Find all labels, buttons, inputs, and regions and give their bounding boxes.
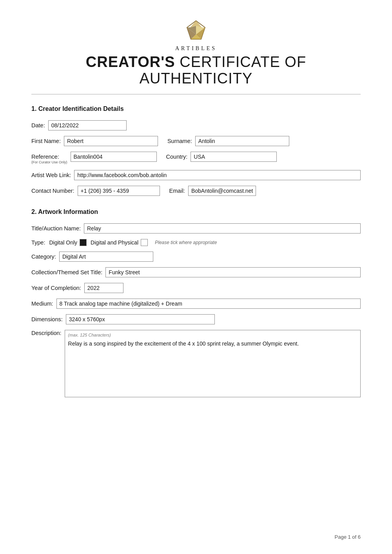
digital-physical-group: Digital and Physical: [91, 239, 148, 246]
section-creator-details: 1. Creator Identification Details Date: …: [31, 105, 361, 196]
first-name-label: First Name:: [31, 138, 61, 144]
reference-sublabel: (For Curator Use Only): [31, 160, 67, 165]
email-input[interactable]: BobAntolin@comcast.net: [188, 186, 256, 196]
name-row: First Name: Robert Surname: Antolin: [31, 136, 361, 146]
digital-physical-checkbox[interactable]: [141, 239, 148, 246]
date-input[interactable]: 08/12/2022: [48, 120, 127, 130]
country-group: Country: USA: [166, 152, 277, 162]
page: ARTIBLES CREATOR'S CERTIFICATE OF AUTHEN…: [0, 0, 392, 554]
contact-label: Contact Number:: [31, 188, 74, 194]
dimensions-row: Dimensions: 3240 x 5760px: [31, 314, 361, 324]
logo-icon: [182, 19, 210, 42]
header: ARTIBLES CREATOR'S CERTIFICATE OF AUTHEN…: [31, 19, 361, 87]
title-auction-input[interactable]: Relay: [84, 223, 361, 234]
category-row: Category: Digital Art: [31, 252, 361, 262]
year-input[interactable]: 2022: [84, 283, 123, 293]
title-bold: CREATOR'S: [86, 54, 175, 70]
collection-label: Collection/Themed Set Title:: [31, 269, 102, 275]
section-artwork-info: 2. Artwork Information Title/Auction Nam…: [31, 208, 361, 397]
main-title: CREATOR'S CERTIFICATE OF AUTHENTICITY: [31, 54, 361, 87]
description-row: Description: (max. 125 Characters) Relay…: [31, 330, 361, 397]
collection-row: Collection/Themed Set Title: Funky Stree…: [31, 267, 361, 277]
dimensions-label: Dimensions:: [31, 316, 63, 322]
logo: [182, 19, 210, 44]
email-group: Email: BobAntolin@comcast.net: [169, 186, 256, 196]
reference-group: Reference: (For Curator Use Only) Bantol…: [31, 152, 157, 165]
digital-only-group: Digital Only: [49, 239, 87, 246]
category-input[interactable]: Digital Art: [59, 252, 153, 262]
reference-row: Reference: (For Curator Use Only) Bantol…: [31, 152, 361, 165]
reference-label: Reference:: [31, 154, 67, 160]
web-input[interactable]: http://www.facebook.com/bob.antolin: [74, 170, 361, 180]
medium-input[interactable]: 8 Track analog tape machine (digitalized…: [56, 299, 361, 309]
description-input[interactable]: (max. 125 Characters) Relay is a song in…: [65, 330, 361, 397]
collection-input[interactable]: Funky Street: [105, 267, 361, 277]
header-divider: [31, 94, 361, 94]
title-auction-label: Title/Auction Name:: [31, 225, 81, 232]
surname-input[interactable]: Antolin: [195, 136, 289, 146]
category-label: Category:: [31, 253, 56, 260]
title-auction-row: Title/Auction Name: Relay: [31, 223, 361, 234]
page-number: Page 1 of 6: [335, 534, 361, 540]
type-row: Type: Digital Only Digital and Physical …: [31, 239, 361, 246]
surname-group: Surname: Antolin: [167, 136, 289, 146]
description-hint: (max. 125 Characters): [68, 333, 357, 337]
reference-label-wrap: Reference: (For Curator Use Only): [31, 154, 67, 165]
date-row: Date: 08/12/2022: [31, 120, 361, 130]
contact-input[interactable]: +1 (206) 395 - 4359: [78, 186, 160, 196]
medium-row: Medium: 8 Track analog tape machine (dig…: [31, 299, 361, 309]
email-label: Email:: [169, 188, 185, 194]
description-label: Description:: [31, 330, 62, 336]
country-input[interactable]: USA: [191, 152, 277, 162]
web-row: Artist Web Link: http://www.facebook.com…: [31, 170, 361, 180]
brand-name: ARTIBLES: [175, 45, 217, 52]
year-row: Year of Completion: 2022: [31, 283, 361, 293]
contact-row: Contact Number: +1 (206) 395 - 4359 Emai…: [31, 186, 361, 196]
reference-input[interactable]: Bantolin004: [71, 152, 157, 162]
section1-title: 1. Creator Identification Details: [31, 105, 361, 112]
digital-only-checkbox[interactable]: [80, 239, 87, 246]
type-label: Type:: [31, 239, 45, 246]
description-text: Relay is a song inspired by the exciteme…: [68, 340, 357, 395]
digital-only-label: Digital Only: [49, 239, 77, 246]
contact-group: Contact Number: +1 (206) 395 - 4359: [31, 186, 160, 196]
year-label: Year of Completion:: [31, 285, 81, 291]
medium-label: Medium:: [31, 301, 53, 307]
section2-title: 2. Artwork Information: [31, 208, 361, 215]
first-name-input[interactable]: Robert: [64, 136, 158, 146]
first-name-group: First Name: Robert: [31, 136, 158, 146]
date-label: Date:: [31, 122, 45, 129]
country-label: Country:: [166, 154, 188, 160]
type-hint: Please tick where appropriate: [155, 240, 217, 245]
surname-label: Surname:: [167, 138, 192, 144]
dimensions-input[interactable]: 3240 x 5760px: [66, 314, 215, 324]
web-label: Artist Web Link:: [31, 172, 71, 178]
digital-physical-label: Digital and Physical: [91, 239, 138, 246]
